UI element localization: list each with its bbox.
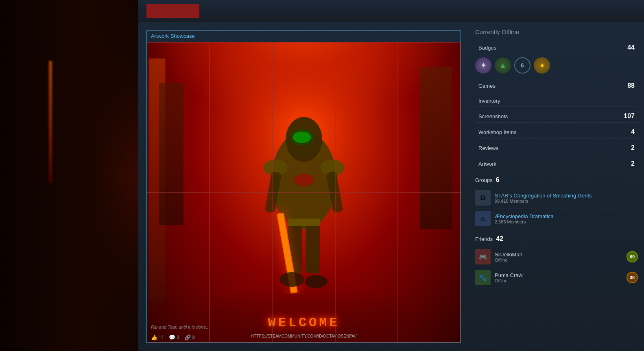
workshop-stat-row[interactable]: Workshop Items 4 — [475, 126, 638, 139]
inventory-stat-row[interactable]: Inventory — [475, 95, 638, 107]
screenshots-count: 107 — [624, 113, 635, 120]
groups-label: Groups — [475, 177, 493, 183]
grid-cell-1 — [147, 42, 210, 193]
friends-label: Friends — [475, 236, 493, 242]
grid-cell-4 — [335, 42, 398, 193]
games-label: Games — [478, 83, 627, 89]
artwork-label: Artwork — [478, 161, 631, 167]
group-info-0: STAR's Congregation of Smashing Gents 99… — [495, 193, 638, 204]
thumbs-up-icon: 👍 — [151, 334, 157, 340]
shares-item[interactable]: 🔗 3 — [184, 334, 195, 340]
badges-icons-row: ✦ ▲ 6 ★ — [475, 57, 638, 74]
friends-count: 42 — [496, 235, 503, 243]
grid-cell-3 — [272, 42, 335, 193]
badge-gold-icon[interactable]: ★ — [534, 57, 550, 74]
badges-count: 44 — [627, 44, 635, 51]
reviews-count: 2 — [631, 144, 635, 152]
comment-icon: 💬 — [169, 334, 175, 340]
social-actions-row: 👍 11 💬 3 🔗 3 — [151, 334, 195, 340]
group-name-1: Æncyclopedia Dramatica — [495, 213, 638, 219]
workshop-count: 4 — [631, 128, 635, 136]
friend-avatar-1: 🐾 — [475, 270, 491, 285]
friends-header: Friends 42 — [475, 235, 638, 243]
grid-cell-5 — [398, 42, 461, 193]
workshop-label: Workshop Items — [478, 129, 631, 135]
friend-avatar-0: 🎮 — [475, 249, 491, 264]
top-bar — [138, 0, 644, 22]
bg-left-overlay — [0, 0, 146, 351]
badges-row[interactable]: Badges 44 — [475, 41, 638, 54]
group-members-1: 2,685 Members — [495, 219, 638, 224]
grid-cell-2 — [210, 42, 272, 193]
inventory-label: Inventory — [478, 98, 635, 104]
grid-cell-10 — [398, 193, 461, 343]
showcase-title: Artwork Showcase — [147, 31, 461, 41]
grid-overlay — [147, 42, 461, 342]
screenshots-label: Screenshots — [478, 113, 624, 119]
shares-count: 3 — [192, 335, 195, 340]
group-item-0[interactable]: ⚙ STAR's Congregation of Smashing Gents … — [475, 188, 638, 208]
group-avatar-1: Æ — [475, 211, 491, 226]
likes-item[interactable]: 👍 11 — [151, 334, 164, 340]
games-count: 88 — [627, 82, 635, 89]
grid-cell-8 — [272, 193, 335, 343]
friend-name-1: Puma Crawl — [495, 272, 622, 278]
group-members-0: 99,418 Members — [495, 199, 638, 204]
main-content: Artwork Showcase — [138, 22, 469, 351]
badges-section: Badges 44 ✦ ▲ 6 ★ — [475, 41, 638, 74]
artwork-count: 2 — [631, 160, 635, 167]
friend-info-0: SirJelloMan Offline — [495, 251, 622, 262]
group-avatar-0: ⚙ — [475, 190, 491, 206]
grid-cell-9 — [335, 193, 398, 343]
friend-item-1[interactable]: 🐾 Puma Crawl Offline 38 — [475, 267, 638, 288]
share-icon: 🔗 — [184, 334, 191, 340]
right-sidebar: Currently Offline Badges 44 ✦ ▲ 6 ★ Game… — [469, 22, 644, 351]
group-item-1[interactable]: Æ Æncyclopedia Dramatica 2,685 Members — [475, 208, 638, 229]
screenshots-stat-row[interactable]: Screenshots 107 — [475, 110, 638, 123]
caption-text: Rip and Tear, until it is done... — [151, 325, 210, 329]
friend-info-1: Puma Crawl Offline — [495, 272, 622, 283]
friend-level-1: 38 — [627, 272, 638, 283]
games-stat-row[interactable]: Games 88 — [475, 80, 638, 92]
friends-section: Friends 42 🎮 SirJelloMan Offline 69 🐾 Pu… — [475, 235, 638, 288]
friend-status-1: Offline — [495, 278, 622, 283]
group-info-1: Æncyclopedia Dramatica 2,685 Members — [495, 213, 638, 224]
groups-count: 6 — [496, 176, 500, 184]
badge-six-icon[interactable]: 6 — [514, 57, 530, 74]
reviews-stat-row[interactable]: Reviews 2 — [475, 142, 638, 154]
reviews-label: Reviews — [478, 145, 631, 151]
comments-count: 3 — [177, 335, 179, 340]
artwork-stat-row[interactable]: Artwork 2 — [475, 158, 638, 170]
profile-status: Currently Offline — [475, 28, 638, 35]
profile-tab-active[interactable] — [146, 4, 199, 18]
friend-name-0: SirJelloMan — [495, 251, 622, 258]
grid-cell-6 — [147, 193, 210, 343]
friend-level-0: 69 — [627, 251, 638, 262]
likes-count: 11 — [159, 335, 164, 340]
badges-label: Badges — [478, 45, 627, 51]
showcase-artwork-area[interactable]: WELCOME HTTPS://STEAMCOMMUNITY.COM/ID/OC… — [147, 42, 461, 342]
artwork-showcase: Artwork Showcase — [146, 30, 461, 343]
groups-header: Groups 6 — [475, 176, 638, 184]
friend-status-0: Offline — [495, 258, 622, 262]
groups-section: Groups 6 ⚙ STAR's Congregation of Smashi… — [475, 176, 638, 229]
group-name-0: STAR's Congregation of Smashing Gents — [495, 193, 638, 199]
badge-star-icon[interactable]: ✦ — [475, 57, 491, 74]
grid-cell-7 — [210, 193, 272, 343]
badge-triangle-icon[interactable]: ▲ — [495, 57, 511, 74]
artwork-caption: Rip and Tear, until it is done... — [151, 323, 210, 330]
lava-effect-left — [49, 61, 52, 183]
friend-item-0[interactable]: 🎮 SirJelloMan Offline 69 — [475, 247, 638, 267]
comments-item[interactable]: 💬 3 — [169, 334, 179, 340]
